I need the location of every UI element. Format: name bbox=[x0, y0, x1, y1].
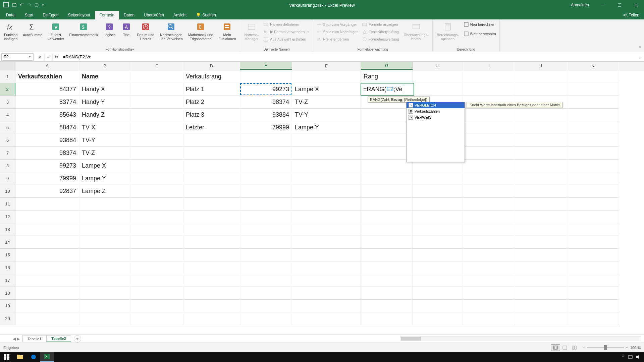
cell-I6[interactable] bbox=[463, 134, 515, 147]
cell-F18[interactable] bbox=[292, 287, 361, 300]
cell-C5[interactable] bbox=[131, 121, 183, 134]
cell-K20[interactable] bbox=[567, 312, 619, 325]
cell-A15[interactable] bbox=[15, 249, 79, 261]
expand-formula-icon[interactable]: ⌄ bbox=[637, 55, 644, 59]
cell-E19[interactable] bbox=[240, 300, 292, 312]
cell-K15[interactable] bbox=[567, 249, 619, 261]
cell-J10[interactable] bbox=[515, 185, 567, 198]
cell-I12[interactable] bbox=[463, 210, 515, 223]
cell-I1[interactable] bbox=[463, 70, 515, 83]
cell-C13[interactable] bbox=[131, 223, 183, 236]
cell-C14[interactable] bbox=[131, 236, 183, 249]
cell-H15[interactable] bbox=[413, 249, 463, 261]
zoom-in-button[interactable]: + bbox=[626, 346, 628, 350]
column-header-C[interactable]: C bbox=[131, 62, 183, 70]
cell-K6[interactable] bbox=[567, 134, 619, 147]
cell-K13[interactable] bbox=[567, 223, 619, 236]
row-header-10[interactable]: 10 bbox=[0, 185, 15, 198]
cell-G7[interactable] bbox=[361, 147, 413, 160]
excel-taskbar-button[interactable]: X bbox=[40, 352, 54, 362]
view-normal-button[interactable] bbox=[551, 344, 560, 351]
close-button[interactable] bbox=[629, 0, 644, 10]
cell-D5[interactable]: Letzter bbox=[183, 121, 240, 134]
cell-G20[interactable] bbox=[361, 312, 413, 325]
cancel-formula-button[interactable]: ✕ bbox=[36, 53, 44, 61]
cell-D9[interactable] bbox=[183, 172, 240, 185]
cell-C9[interactable] bbox=[131, 172, 183, 185]
cell-K19[interactable] bbox=[567, 300, 619, 312]
cell-K3[interactable] bbox=[567, 96, 619, 109]
sheet-tab-1[interactable]: Tabelle1 bbox=[22, 336, 46, 342]
share-button[interactable]: Teilen bbox=[618, 11, 644, 19]
tab-start[interactable]: Start bbox=[20, 11, 38, 19]
tab-formeln[interactable]: Formeln bbox=[95, 11, 119, 19]
autosum-button[interactable]: ΣAutoSumme bbox=[21, 21, 44, 38]
cell-B17[interactable] bbox=[79, 274, 131, 287]
cell-A10[interactable]: 92837 bbox=[15, 185, 79, 198]
column-header-B[interactable]: B bbox=[79, 62, 131, 70]
minimize-button[interactable] bbox=[595, 0, 610, 10]
cell-C1[interactable] bbox=[131, 70, 183, 83]
cell-A13[interactable] bbox=[15, 223, 79, 236]
cell-J16[interactable] bbox=[515, 261, 567, 274]
tray-network-icon[interactable] bbox=[628, 355, 633, 359]
cell-H20[interactable] bbox=[413, 312, 463, 325]
cell-F7[interactable] bbox=[292, 147, 361, 160]
cell-D10[interactable] bbox=[183, 185, 240, 198]
file-explorer-button[interactable] bbox=[13, 352, 27, 362]
cell-E5[interactable]: 79999 bbox=[240, 121, 292, 134]
start-button[interactable] bbox=[0, 352, 13, 362]
cell-H2[interactable] bbox=[413, 83, 463, 96]
cell-B15[interactable] bbox=[79, 249, 131, 261]
cell-K1[interactable] bbox=[567, 70, 619, 83]
maximize-button[interactable] bbox=[612, 0, 627, 10]
cell-F2[interactable]: Lampe X bbox=[292, 83, 361, 96]
column-header-J[interactable]: J bbox=[515, 62, 567, 70]
cell-F3[interactable]: TV-Z bbox=[292, 96, 361, 109]
cell-J13[interactable] bbox=[515, 223, 567, 236]
logical-button[interactable]: ?Logisch bbox=[101, 21, 117, 38]
cell-I4[interactable] bbox=[463, 109, 515, 121]
row-header-19[interactable]: 19 bbox=[0, 300, 15, 312]
cell-B12[interactable] bbox=[79, 210, 131, 223]
collapse-ribbon-icon[interactable]: ^ bbox=[636, 19, 644, 52]
cell-H9[interactable] bbox=[413, 172, 463, 185]
save-icon[interactable] bbox=[12, 3, 17, 7]
cell-G11[interactable] bbox=[361, 198, 413, 210]
cell-A3[interactable]: 83774 bbox=[15, 96, 79, 109]
cell-K5[interactable] bbox=[567, 121, 619, 134]
cell-B1[interactable]: Name bbox=[79, 70, 131, 83]
cell-D15[interactable] bbox=[183, 249, 240, 261]
cell-H17[interactable] bbox=[413, 274, 463, 287]
cell-I11[interactable] bbox=[463, 198, 515, 210]
cell-F4[interactable]: TV-Y bbox=[292, 109, 361, 121]
cell-F6[interactable] bbox=[292, 134, 361, 147]
tab-datei[interactable]: Datei bbox=[1, 11, 20, 19]
sheet-nav[interactable]: ◀ ▶ bbox=[10, 337, 22, 341]
fx-button[interactable]: fx bbox=[52, 53, 60, 61]
cell-K2[interactable] bbox=[567, 83, 619, 96]
tray-chevron-icon[interactable]: ⌃ bbox=[622, 355, 625, 359]
row-header-17[interactable]: 17 bbox=[0, 274, 15, 287]
cell-K14[interactable] bbox=[567, 236, 619, 249]
cell-B11[interactable] bbox=[79, 198, 131, 210]
cell-A11[interactable] bbox=[15, 198, 79, 210]
column-header-H[interactable]: H bbox=[413, 62, 463, 70]
cell-K12[interactable] bbox=[567, 210, 619, 223]
cell-C20[interactable] bbox=[131, 312, 183, 325]
cell-K17[interactable] bbox=[567, 274, 619, 287]
cell-G4[interactable] bbox=[361, 109, 413, 121]
cell-G9[interactable] bbox=[361, 172, 413, 185]
cell-B2[interactable]: Handy X bbox=[79, 83, 131, 96]
tab-daten[interactable]: Daten bbox=[119, 11, 139, 19]
cell-J15[interactable] bbox=[515, 249, 567, 261]
row-header-7[interactable]: 7 bbox=[0, 147, 15, 160]
cell-C6[interactable] bbox=[131, 134, 183, 147]
cell-A4[interactable]: 85643 bbox=[15, 109, 79, 121]
autocomplete-item-verweis[interactable]: fxVERWEIS bbox=[407, 114, 465, 120]
row-header-6[interactable]: 6 bbox=[0, 134, 15, 147]
cell-I20[interactable] bbox=[463, 312, 515, 325]
cell-E7[interactable] bbox=[240, 147, 292, 160]
cell-A19[interactable] bbox=[15, 300, 79, 312]
cell-B3[interactable]: Handy Y bbox=[79, 96, 131, 109]
